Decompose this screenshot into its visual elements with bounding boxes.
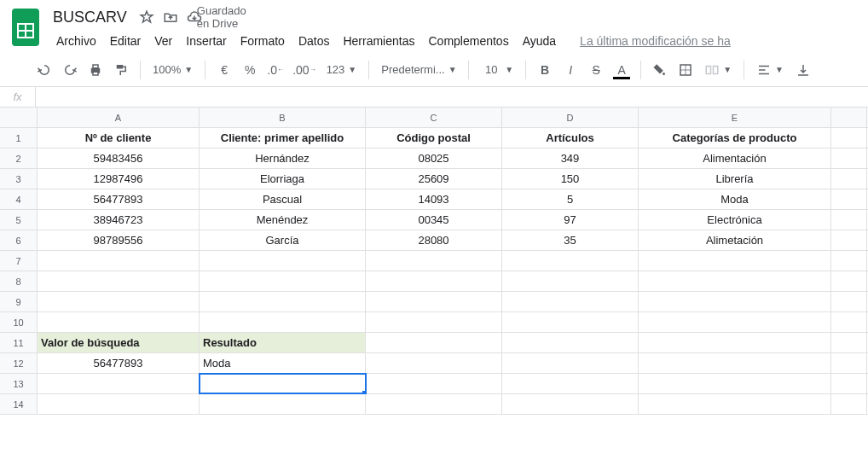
- cell[interactable]: Electrónica: [639, 210, 831, 230]
- italic-button[interactable]: I: [558, 58, 582, 82]
- cell[interactable]: [831, 394, 867, 414]
- cell[interactable]: Categorías de producto: [639, 128, 831, 148]
- row-header[interactable]: 4: [0, 189, 38, 209]
- paint-format-button[interactable]: [109, 58, 133, 82]
- zoom-dropdown[interactable]: 100%▼: [148, 58, 198, 82]
- cell[interactable]: [831, 374, 867, 393]
- menu-insert[interactable]: Insertar: [179, 31, 233, 51]
- menu-data[interactable]: Datos: [292, 31, 337, 51]
- bold-button[interactable]: B: [533, 58, 557, 82]
- cell[interactable]: [831, 169, 867, 189]
- cell[interactable]: [831, 271, 867, 291]
- cell[interactable]: 56477893: [38, 353, 200, 373]
- cell[interactable]: Alimentación: [639, 148, 831, 168]
- cell[interactable]: 150: [502, 169, 639, 189]
- cell[interactable]: [831, 251, 867, 271]
- cell[interactable]: 25609: [366, 169, 502, 189]
- cell[interactable]: Valor de búsqueda: [38, 333, 200, 352]
- cell[interactable]: [502, 394, 639, 414]
- cell[interactable]: [831, 148, 867, 168]
- cell[interactable]: [200, 271, 366, 291]
- cell[interactable]: [366, 353, 502, 373]
- cell[interactable]: [38, 394, 200, 414]
- font-size-dropdown[interactable]: 10▼: [476, 58, 518, 82]
- cell[interactable]: [366, 271, 502, 291]
- menu-help[interactable]: Ayuda: [516, 31, 563, 51]
- cell[interactable]: [200, 394, 366, 414]
- row-header[interactable]: 9: [0, 292, 38, 311]
- cell[interactable]: Librería: [639, 169, 831, 189]
- col-header-C[interactable]: C: [366, 108, 502, 127]
- row-header[interactable]: 8: [0, 271, 38, 291]
- percent-button[interactable]: %: [238, 58, 262, 82]
- cell[interactable]: Cliente: primer apellido: [200, 128, 366, 148]
- cell[interactable]: Pascual: [200, 189, 366, 209]
- cell[interactable]: 56477893: [38, 189, 200, 209]
- cell[interactable]: [200, 292, 366, 311]
- text-color-button[interactable]: A: [610, 58, 634, 82]
- cell[interactable]: [639, 292, 831, 311]
- cell[interactable]: [639, 251, 831, 271]
- cell[interactable]: Alimetación: [639, 230, 831, 250]
- cell[interactable]: [366, 394, 502, 414]
- cell[interactable]: 98789556: [38, 230, 200, 250]
- cell[interactable]: 38946723: [38, 210, 200, 230]
- cell[interactable]: Moda: [200, 353, 366, 373]
- fill-color-button[interactable]: [648, 58, 672, 82]
- star-icon[interactable]: [139, 9, 154, 25]
- menu-addons[interactable]: Complementos: [421, 31, 515, 51]
- menu-view[interactable]: Ver: [148, 31, 179, 51]
- cell[interactable]: Código postal: [366, 128, 502, 148]
- cell[interactable]: [502, 353, 639, 373]
- col-header-D[interactable]: D: [502, 108, 639, 127]
- row-header[interactable]: 6: [0, 230, 38, 250]
- cell[interactable]: [502, 271, 639, 291]
- cell[interactable]: 08025: [366, 148, 502, 168]
- font-dropdown[interactable]: Predetermi...▼: [376, 58, 461, 82]
- cell[interactable]: [502, 292, 639, 311]
- cell[interactable]: Menéndez: [200, 210, 366, 230]
- menu-format[interactable]: Formato: [234, 31, 292, 51]
- cell[interactable]: Artículos: [502, 128, 639, 148]
- cell[interactable]: [366, 374, 502, 393]
- row-header[interactable]: 14: [0, 394, 38, 414]
- borders-button[interactable]: [674, 58, 697, 82]
- cell[interactable]: [831, 128, 867, 148]
- row-header[interactable]: 10: [0, 312, 38, 332]
- col-header-B[interactable]: B: [200, 108, 366, 127]
- row-header[interactable]: 5: [0, 210, 38, 230]
- cell[interactable]: [366, 312, 502, 332]
- undo-button[interactable]: [32, 58, 56, 82]
- cell[interactable]: García: [200, 230, 366, 250]
- cell[interactable]: [831, 210, 867, 230]
- cell[interactable]: [831, 333, 867, 352]
- cell[interactable]: [38, 251, 200, 271]
- cell[interactable]: 59483456: [38, 148, 200, 168]
- merge-cells-dropdown[interactable]: ▼: [699, 58, 737, 82]
- select-all-corner[interactable]: [0, 108, 38, 127]
- cell[interactable]: [831, 230, 867, 250]
- row-header[interactable]: 13: [0, 374, 38, 393]
- menu-file[interactable]: Archivo: [49, 31, 103, 51]
- cell[interactable]: [639, 394, 831, 414]
- selected-cell[interactable]: [200, 374, 366, 393]
- sheets-logo[interactable]: [9, 7, 43, 48]
- more-formats-dropdown[interactable]: 123▼: [321, 58, 362, 82]
- decrease-decimal-button[interactable]: .0←: [263, 58, 287, 82]
- strikethrough-button[interactable]: S: [584, 58, 608, 82]
- cell[interactable]: [831, 292, 867, 311]
- cell[interactable]: [831, 189, 867, 209]
- cell[interactable]: [38, 271, 200, 291]
- cell[interactable]: 35: [502, 230, 639, 250]
- cell[interactable]: [639, 271, 831, 291]
- print-button[interactable]: [84, 58, 107, 82]
- cell[interactable]: [502, 333, 639, 352]
- menu-edit[interactable]: Editar: [103, 31, 148, 51]
- cell[interactable]: 14093: [366, 189, 502, 209]
- row-header[interactable]: 12: [0, 353, 38, 373]
- cell[interactable]: 00345: [366, 210, 502, 230]
- cell[interactable]: Hernández: [200, 148, 366, 168]
- cell[interactable]: Elorriaga: [200, 169, 366, 189]
- cell[interactable]: [502, 312, 639, 332]
- col-header-F[interactable]: [831, 108, 867, 127]
